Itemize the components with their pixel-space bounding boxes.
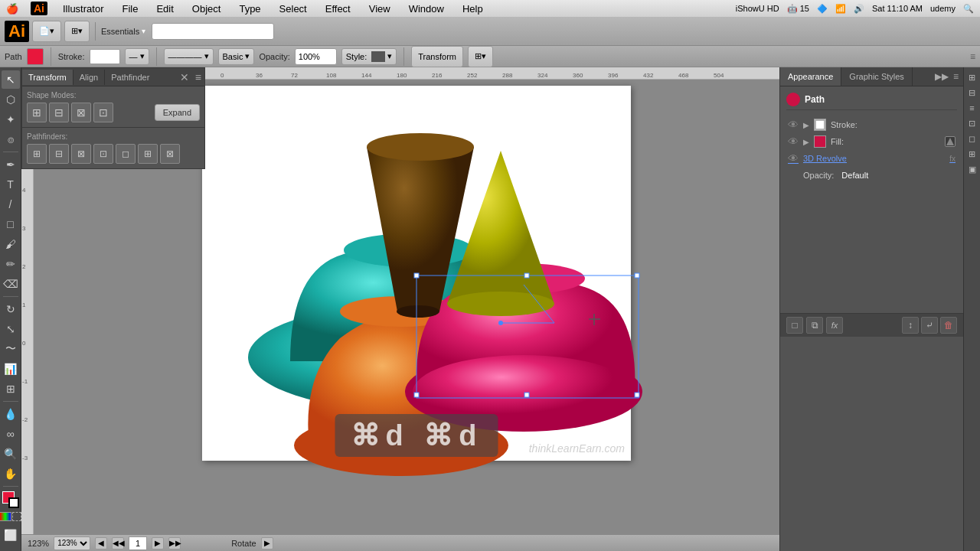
tab-align[interactable]: Align [74, 70, 105, 85]
essentials-dropdown[interactable]: Essentials ▾ [101, 27, 145, 36]
scale-tool[interactable]: ⤡ [2, 320, 20, 338]
stroke-eye-icon[interactable]: 👁 [788, 119, 799, 131]
paintbrush-tool[interactable]: 🖌 [2, 235, 20, 253]
first-page-btn[interactable]: ◀◀ [112, 537, 124, 549]
unite-btn[interactable]: ⊞ [27, 103, 47, 122]
right-icon-6[interactable]: ⊞ [965, 147, 979, 161]
play-btn[interactable]: ▶ [261, 537, 273, 549]
divide-btn[interactable]: ⊞ [27, 144, 47, 164]
fill-options-icon[interactable] [945, 136, 956, 147]
blend-tool[interactable]: ∞ [2, 425, 20, 443]
panel-expand-icon[interactable]: ▶▶ [933, 70, 950, 83]
panel-menu-icon[interactable]: ≡ [192, 71, 204, 83]
handle-tl[interactable] [414, 273, 419, 278]
outline-btn[interactable]: ◻ [116, 144, 136, 164]
right-icon-7[interactable]: ▣ [965, 162, 979, 176]
style-dropdown[interactable]: Basic ▾ [218, 48, 255, 65]
rotate-tool[interactable]: ↻ [2, 300, 20, 318]
pen-tool[interactable]: ✒ [2, 155, 20, 174]
effect-3d-row[interactable]: 👁 3D Revolve fx [786, 150, 957, 167]
menu-window[interactable]: Window [406, 3, 447, 15]
handle-br[interactable] [635, 393, 639, 397]
graph-tool[interactable]: 📊 [2, 360, 20, 378]
warp-tool[interactable]: 〜 [2, 340, 20, 358]
appearance-delete-btn[interactable]: 🗑 [940, 317, 957, 334]
style-color-dropdown[interactable]: Style: ▾ [341, 48, 397, 65]
trim-btn[interactable]: ⊟ [49, 144, 69, 164]
artboard-tool[interactable]: ⊞ [2, 380, 20, 398]
menu-help[interactable]: Help [459, 3, 486, 15]
appearance-new-btn[interactable]: □ [786, 317, 803, 334]
fill-row-label[interactable]: Fill: [831, 137, 940, 146]
selection-tool[interactable]: ↖ [2, 70, 20, 89]
search-icon[interactable]: 🔍 [963, 4, 974, 14]
effect-eye-icon[interactable]: 👁 [788, 152, 799, 165]
lasso-tool[interactable]: ⌾ [2, 130, 20, 148]
stroke-swatch[interactable] [90, 49, 120, 64]
handle-tr[interactable] [635, 273, 639, 278]
panel-options-icon[interactable]: ≡ [970, 51, 975, 62]
appearance-reorder-btn[interactable]: ↕ [902, 317, 919, 334]
stroke-row-label[interactable]: Stroke: [831, 120, 956, 129]
fill-expand-arrow[interactable]: ▶ [803, 138, 809, 146]
next-page-btn[interactable]: ▶ [152, 537, 164, 549]
menu-type[interactable]: Type [236, 3, 263, 15]
right-icon-2[interactable]: ⊟ [965, 86, 979, 99]
stroke-expand-arrow[interactable]: ▶ [803, 121, 809, 129]
fill-stroke-swatches[interactable] [2, 491, 19, 508]
magic-wand-tool[interactable]: ✦ [2, 110, 20, 129]
arrange-btn[interactable]: ⊞▾ [64, 21, 90, 42]
right-icon-3[interactable]: ≡ [965, 101, 979, 115]
fill-color-swatch[interactable] [27, 48, 44, 65]
right-icon-4[interactable]: ⊡ [965, 116, 979, 130]
align-options-btn[interactable]: ⊞▾ [468, 46, 493, 67]
last-page-btn[interactable]: ▶▶ [168, 537, 181, 549]
menu-object[interactable]: Object [189, 3, 224, 15]
minus-front-btn[interactable]: ⊟ [49, 103, 69, 122]
opacity-row-value[interactable]: Default [841, 171, 868, 180]
handle-bm[interactable] [524, 393, 529, 397]
appearance-clear-btn[interactable]: ⤶ [921, 317, 938, 334]
transform-btn[interactable]: Transform [411, 46, 463, 67]
menu-file[interactable]: File [119, 3, 141, 15]
extra-pf-btn[interactable]: ⊠ [160, 144, 180, 164]
stroke-indicator[interactable] [8, 497, 19, 508]
fill-swatch-panel[interactable] [814, 135, 826, 148]
tab-appearance[interactable]: Appearance [780, 67, 841, 86]
stroke-type-dropdown[interactable]: ———— ▾ [164, 48, 214, 65]
exclude-btn[interactable]: ⊡ [93, 103, 113, 122]
intersect-btn[interactable]: ⊠ [71, 103, 91, 122]
handle-tm[interactable] [524, 273, 529, 278]
effect-3d-label[interactable]: 3D Revolve [803, 154, 847, 163]
expand-btn[interactable]: Expand [155, 104, 200, 121]
type-tool[interactable]: T [2, 175, 20, 194]
eyedropper-tool[interactable]: 💧 [2, 405, 20, 423]
menu-select[interactable]: Select [276, 3, 310, 15]
appearance-duplicate-btn[interactable]: ⧉ [806, 317, 823, 334]
panel-close-icon[interactable]: ✕ [177, 71, 192, 83]
document-settings[interactable]: 📄▾ [32, 21, 61, 42]
stroke-swatch-panel[interactable] [814, 119, 826, 131]
search-workspace[interactable] [152, 23, 274, 40]
handle-bl[interactable] [414, 393, 419, 397]
menu-illustrator[interactable]: Illustrator [60, 3, 106, 15]
menu-edit[interactable]: Edit [153, 3, 176, 15]
search-input[interactable] [152, 23, 274, 40]
stroke-weight-dropdown[interactable]: — ▾ [125, 48, 149, 65]
minus-back-btn[interactable]: ⊞ [138, 144, 158, 164]
tab-pathfinder[interactable]: Pathfinder [105, 70, 155, 85]
merge-btn[interactable]: ⊠ [71, 144, 91, 164]
menu-effect[interactable]: Effect [322, 3, 354, 15]
line-tool[interactable]: / [2, 195, 20, 214]
crop-btn[interactable]: ⊡ [93, 144, 113, 164]
zoom-tool[interactable]: 🔍 [2, 445, 20, 463]
apple-menu[interactable]: 🍎 [6, 3, 18, 15]
prev-page-btn[interactable]: ◀ [95, 537, 107, 549]
gradient-icon[interactable] [0, 512, 11, 521]
right-icon-1[interactable]: ⊞ [965, 70, 979, 84]
right-icon-5[interactable]: ◻ [965, 132, 979, 145]
panel-menu-icon[interactable]: ≡ [952, 70, 960, 83]
appearance-fx-btn[interactable]: fx [826, 317, 843, 334]
fill-eye-icon[interactable]: 👁 [788, 135, 799, 148]
eraser-tool[interactable]: ⌫ [2, 275, 20, 293]
